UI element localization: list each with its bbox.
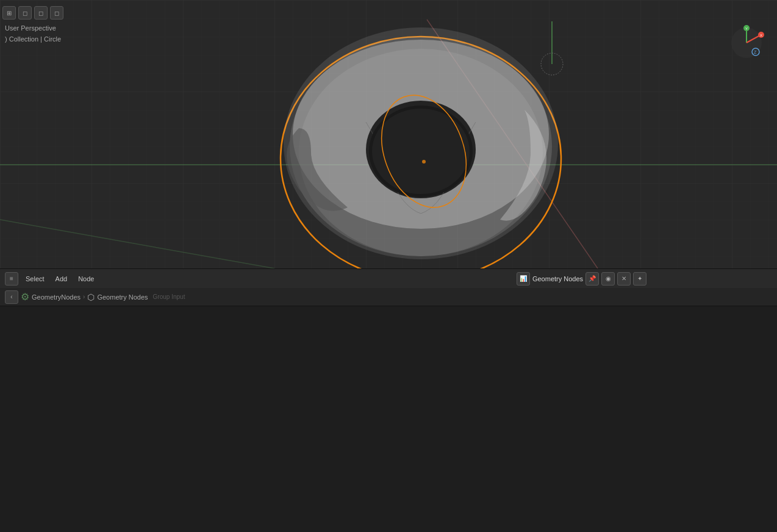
- toolbar-icon-2[interactable]: ◻: [18, 6, 32, 20]
- svg-point-13: [372, 109, 470, 194]
- node-editor: ≡ Select Add Node 📊 Geometry Nodes 📌 ◉ ✕…: [0, 268, 777, 532]
- node-editor-header: ≡ Select Add Node 📊 Geometry Nodes 📌 ◉ ✕…: [0, 268, 777, 288]
- editor-type-btn[interactable]: 📊: [517, 272, 530, 286]
- toolbar-icon-3[interactable]: ◻: [34, 6, 48, 20]
- pin-btn[interactable]: 📌: [585, 272, 599, 286]
- node-canvas[interactable]: ▼ Group Input Geometry ▼ Vector: [0, 306, 777, 532]
- axes-gizmo: Y X Z: [728, 24, 765, 61]
- svg-text:X: X: [760, 34, 762, 37]
- back-btn[interactable]: ‹: [5, 290, 18, 304]
- toolbar-icon-4[interactable]: ◻: [50, 6, 63, 20]
- connections-svg: [0, 306, 777, 532]
- svg-text:Y: Y: [745, 27, 748, 31]
- header-title-area: 📊 Geometry Nodes 📌 ◉ ✕ ✦: [391, 272, 772, 286]
- grid-background: [0, 0, 777, 268]
- svg-point-15: [422, 160, 426, 164]
- header-left: ≡ Select Add Node: [5, 272, 386, 286]
- viewport-collection-label: ) Collection | Circle: [5, 35, 61, 43]
- breadcrumb-group-input: Group Input: [153, 293, 185, 300]
- menu-item-node[interactable]: Node: [74, 274, 98, 284]
- breadcrumb-root[interactable]: GeometryNodes: [32, 293, 81, 301]
- close-btn[interactable]: ✕: [617, 272, 631, 286]
- breadcrumb-node-icon: ⬡: [87, 292, 95, 302]
- menu-item-select[interactable]: Select: [22, 274, 48, 284]
- viewport-perspective-label: User Perspective: [5, 24, 56, 32]
- axes-gizmo-svg: Y X Z: [728, 24, 765, 61]
- toolbar-icon-1[interactable]: ⊞: [2, 6, 16, 20]
- svg-text:Z: Z: [754, 50, 757, 54]
- workspace-title: Geometry Nodes: [532, 275, 583, 282]
- extra-btn[interactable]: ✦: [633, 272, 646, 286]
- 3d-viewport[interactable]: Y X Z User Perspective ) Collection | Ci…: [0, 0, 777, 268]
- breadcrumb: ‹ ⚙ GeometryNodes › ⬡ Geometry Nodes Gro…: [0, 288, 777, 306]
- overlay-btn[interactable]: ◉: [601, 272, 615, 286]
- menu-toggle-btn[interactable]: ≡: [5, 272, 18, 286]
- breadcrumb-sep-1: ›: [83, 293, 85, 300]
- menu-item-add[interactable]: Add: [52, 274, 71, 284]
- viewport-toolbar: ⊞ ◻ ◻ ◻: [0, 5, 66, 21]
- breadcrumb-root-icon: ⚙: [21, 291, 29, 303]
- breadcrumb-child[interactable]: Geometry Nodes: [97, 293, 148, 301]
